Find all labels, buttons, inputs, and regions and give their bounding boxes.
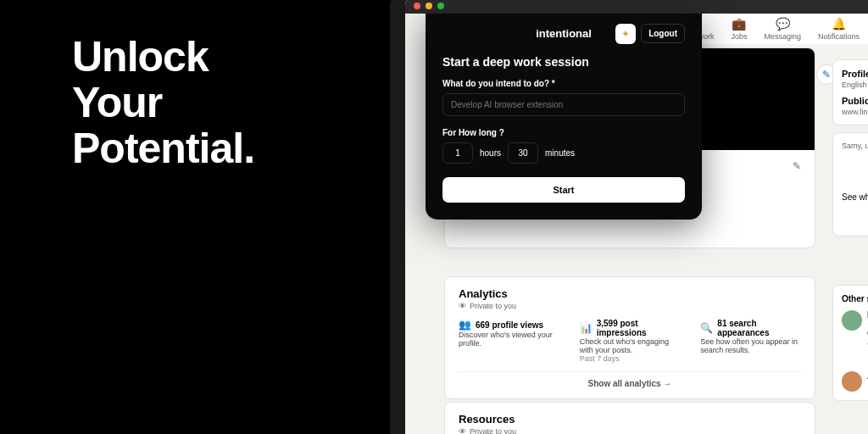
edit-profile-button[interactable]: ✎	[793, 160, 801, 172]
chat-icon: 💬	[776, 17, 790, 31]
show-all-analytics-link[interactable]: Show all analytics →	[459, 371, 801, 388]
extension-overlay: intentional ✦ Logout Start a deep work s…	[426, 14, 702, 220]
chart-icon: 📊	[580, 322, 593, 334]
laptop-screen: 👥My Network 💼Jobs 💬Messaging 🔔Notificati…	[405, 0, 868, 434]
eye-icon: 👁	[459, 427, 466, 434]
logout-button[interactable]: Logout	[641, 24, 685, 43]
card-title: Public pro	[842, 96, 868, 106]
eye-icon: 👁	[459, 302, 466, 310]
card-value: www.linkedin	[842, 108, 868, 116]
hours-input[interactable]	[442, 142, 473, 164]
analytics-title: Analytics	[459, 287, 801, 300]
lightning-button[interactable]: ✦	[615, 24, 636, 44]
intent-input[interactable]	[442, 93, 685, 116]
hero-headline: Unlock Your Potential.	[72, 34, 254, 171]
card-title: Profile la	[842, 69, 868, 79]
hero-line: Your	[72, 80, 254, 125]
laptop-mockup: 👥My Network 💼Jobs 💬Messaging 🔔Notificati…	[390, 0, 868, 434]
minutes-input[interactable]	[508, 142, 538, 164]
hero-line: Potential.	[72, 125, 254, 171]
sidebar-right: Profile la English Public pro www.linked…	[832, 59, 868, 243]
avatar-icon	[842, 310, 862, 331]
lightning-icon: ✦	[621, 28, 630, 40]
private-label: Private to you	[470, 302, 516, 310]
avatar-icon	[842, 371, 862, 392]
pencil-icon: ✎	[822, 69, 831, 81]
minimize-icon[interactable]	[426, 3, 432, 9]
analytics-card: Analytics 👁Private to you 👥669 profile v…	[444, 276, 815, 399]
close-icon[interactable]	[414, 3, 420, 9]
similar-title: Other sim	[842, 294, 868, 303]
stat-post-impressions[interactable]: 📊3,599 post impressions Check out who's …	[580, 319, 681, 363]
unlock-card: Samy, unlock See who's vi	[832, 132, 868, 236]
stat-profile-views[interactable]: 👥669 profile views Discover who's viewed…	[459, 319, 559, 363]
briefcase-icon: 💼	[732, 17, 746, 31]
seewho-text: See who's vi	[842, 192, 868, 202]
maximize-icon[interactable]	[437, 3, 444, 9]
nav-jobs[interactable]: 💼Jobs	[731, 17, 747, 41]
hero-line: Unlock	[72, 34, 254, 80]
stat-search-appearances[interactable]: 🔍81 search appearances See how often you…	[700, 319, 801, 363]
card-value: English	[842, 81, 868, 89]
intent-label: What do you intend to do? *	[442, 79, 685, 88]
page-content: 👥My Network 💼Jobs 💬Messaging 🔔Notificati…	[405, 14, 868, 434]
extension-brand: intentional	[536, 27, 592, 40]
similar-profiles-card: Other sim Bo · 1 Co @B Ag	[832, 285, 868, 401]
resources-title: Resources	[459, 413, 801, 426]
browser-chrome	[405, 0, 868, 14]
people-icon: 👥	[459, 319, 471, 331]
profile-language-card: Profile la English Public pro www.linked…	[832, 59, 868, 125]
bell-icon: 🔔	[832, 17, 846, 31]
minutes-unit: minutes	[545, 148, 575, 158]
nav-notifications[interactable]: 🔔Notifications	[818, 17, 860, 41]
duration-label: For How long ?	[442, 128, 685, 137]
unlock-text: Samy, unlock	[842, 142, 868, 150]
resources-card: Resources 👁Private to you	[444, 402, 815, 434]
start-button[interactable]: Start	[442, 177, 685, 203]
overlay-section-title: Start a deep work session	[442, 55, 685, 69]
search-icon: 🔍	[700, 322, 713, 334]
nav-messaging[interactable]: 💬Messaging	[764, 17, 801, 41]
hours-unit: hours	[480, 148, 501, 158]
